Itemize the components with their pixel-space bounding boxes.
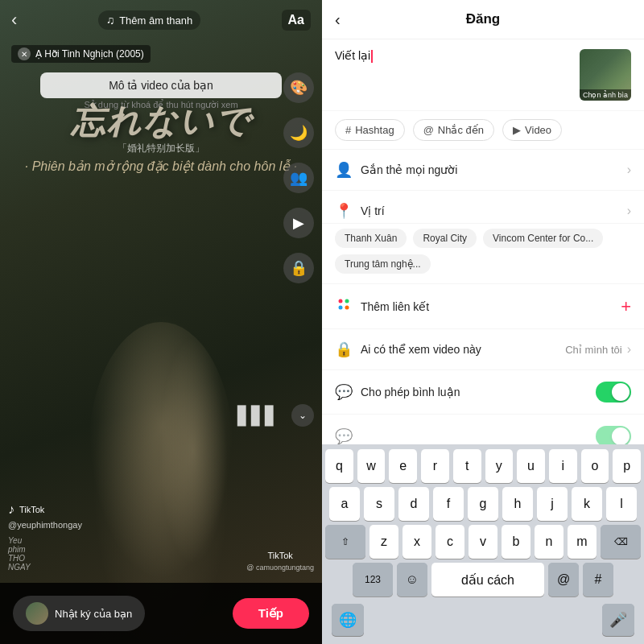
numbers-key[interactable]: 123 (353, 563, 393, 597)
another-toggle[interactable] (596, 426, 631, 444)
key-a[interactable]: a (329, 487, 360, 521)
key-u[interactable]: u (517, 449, 545, 483)
aa-button[interactable]: Aa (282, 10, 311, 31)
thumbnail-box[interactable]: Chọn ảnh bìa (580, 49, 631, 101)
people-icon[interactable]: 👥 (283, 163, 314, 193)
video-button[interactable]: ▶ Video (502, 119, 562, 141)
add-link-row[interactable]: Thêm liên kết + (322, 284, 644, 329)
song-title-badge: ✕ Ạ Hỡi Tinh Nghịch (2005) (11, 45, 151, 63)
svg-point-1 (345, 299, 349, 303)
key-x[interactable]: x (402, 525, 431, 559)
tiktok-logo-right: TikTok (267, 551, 292, 560)
comments-toggle[interactable] (596, 382, 631, 402)
key-e[interactable]: e (389, 449, 417, 483)
tiktok-icon: ♪ (8, 502, 14, 517)
equalizer-icon[interactable]: ▋▋▋ (237, 406, 279, 427)
key-g[interactable]: g (468, 487, 498, 521)
keyboard-row-1: q w e r t y u i o p (325, 449, 641, 483)
desc-main: Mô tả video của bạn (109, 79, 213, 92)
key-l[interactable]: l (606, 487, 637, 521)
keyboard-row-2: a s d f g h j k l (325, 487, 641, 521)
add-link-icon (335, 295, 361, 317)
mic-key[interactable]: 🎤 (602, 604, 634, 636)
comments-row: 💬 Cho phép bình luận (322, 370, 644, 415)
key-o[interactable]: o (581, 449, 609, 483)
key-b[interactable]: b (502, 525, 530, 559)
keyboard-bottom-row: 🌐 🎤 (325, 601, 641, 641)
timer-icon[interactable]: 🌙 (283, 118, 314, 148)
video-trim-icon[interactable]: ▶ (283, 208, 314, 238)
back-icon-left[interactable]: ‹ (11, 10, 17, 31)
caption-area: Viết lại Chọn ảnh bìa (322, 39, 644, 111)
at-key[interactable]: @ (548, 563, 579, 597)
scroll-indicator[interactable]: ⌄ (291, 404, 314, 427)
next-button[interactable]: Tiếp (233, 598, 309, 629)
key-p[interactable]: p (613, 449, 641, 483)
key-i[interactable]: i (549, 449, 577, 483)
mention-button[interactable]: @ Nhắc đến (413, 119, 494, 141)
username-right: @ camuongtungtang (246, 564, 314, 572)
username-left: @yeuphimthongay (8, 520, 82, 530)
key-j[interactable]: j (537, 487, 568, 521)
key-w[interactable]: w (357, 449, 386, 483)
loc-tag-0[interactable]: Thanh Xuân (335, 229, 407, 248)
caption-input[interactable]: Viết lại (335, 49, 570, 101)
right-action-icons: 🎨 🌙 👥 ▶ 🔒 (283, 72, 314, 283)
tag-people-icon: 👤 (335, 161, 361, 179)
space-key[interactable]: dấu cách (431, 563, 544, 597)
svg-point-0 (339, 299, 343, 303)
loc-tag-3[interactable]: Trung tâm nghệ... (335, 254, 431, 274)
music-label[interactable]: ♫ Thêm âm thanh (98, 10, 201, 30)
music-text: Thêm âm thanh (119, 14, 192, 27)
emoji-key[interactable]: ☺ (397, 563, 427, 597)
bottom-left-info: ♪ TikTok @yeuphimthongay YeuphimTHONGAY (8, 502, 82, 572)
loc-tag-2[interactable]: Vincom Center for Co... (483, 229, 603, 248)
thumbnail-label: Chọn ảnh bìa (580, 89, 631, 101)
location-row[interactable]: 📍 Vị trí › (322, 191, 644, 224)
back-icon-right[interactable]: ‹ (335, 10, 341, 29)
key-f[interactable]: f (433, 487, 464, 521)
options-list: 👤 Gắn thẻ mọi người › 📍 Vị trí › Thanh X… (322, 150, 644, 444)
shift-key[interactable]: ⇧ (325, 525, 365, 559)
chinese-main-text: 忘れないで (8, 105, 314, 138)
another-toggle-knob (612, 427, 630, 444)
brand-text: YeuphimTHONGAY (8, 536, 82, 572)
key-v[interactable]: v (469, 525, 497, 559)
key-r[interactable]: r (421, 449, 449, 483)
mention-label: Nhắc đến (438, 124, 484, 136)
key-t[interactable]: t (453, 449, 481, 483)
key-q[interactable]: q (325, 449, 353, 483)
hash-key[interactable]: # (583, 563, 613, 597)
key-z[interactable]: z (369, 525, 398, 559)
desc-box: Mô tả video của bạn (40, 72, 282, 98)
location-icon: 📍 (335, 202, 361, 220)
tag-people-label: Gắn thẻ mọi người (361, 163, 627, 176)
key-s[interactable]: s (364, 487, 394, 521)
cello-figure (89, 322, 233, 580)
video-topbar: ‹ ♫ Thêm âm thanh Aa (0, 0, 322, 40)
location-label: Vị trí (361, 204, 627, 217)
delete-key[interactable]: ⌫ (601, 525, 641, 559)
key-n[interactable]: n (535, 525, 564, 559)
effects-icon[interactable]: 🎨 (283, 72, 314, 103)
another-toggle-row: 💬 (322, 415, 644, 444)
hashtag-button[interactable]: # Hashtag (335, 119, 405, 141)
key-y[interactable]: y (485, 449, 514, 483)
privacy-row[interactable]: 🔒 Ai có thể xem video này Chỉ mình tôi › (322, 329, 644, 370)
toggle-knob (612, 383, 630, 401)
globe-key[interactable]: 🌐 (332, 604, 364, 636)
tag-people-row[interactable]: 👤 Gắn thẻ mọi người › (322, 150, 644, 191)
key-m[interactable]: m (568, 525, 597, 559)
key-c[interactable]: c (436, 525, 464, 559)
lock-icon[interactable]: 🔒 (283, 253, 314, 283)
close-song-icon[interactable]: ✕ (18, 47, 31, 60)
journal-button[interactable]: Nhật ký của bạn (13, 596, 145, 631)
loc-tag-1[interactable]: Royal City (413, 229, 477, 248)
journal-avatar (26, 602, 48, 625)
publish-panel: ‹ Đăng Viết lại Chọn ảnh bìa # Hashtag @… (322, 0, 644, 644)
key-k[interactable]: k (572, 487, 602, 521)
key-d[interactable]: d (398, 487, 429, 521)
key-h[interactable]: h (502, 487, 533, 521)
caption-text: Viết lại (335, 49, 370, 62)
tag-people-chevron: › (627, 163, 631, 177)
